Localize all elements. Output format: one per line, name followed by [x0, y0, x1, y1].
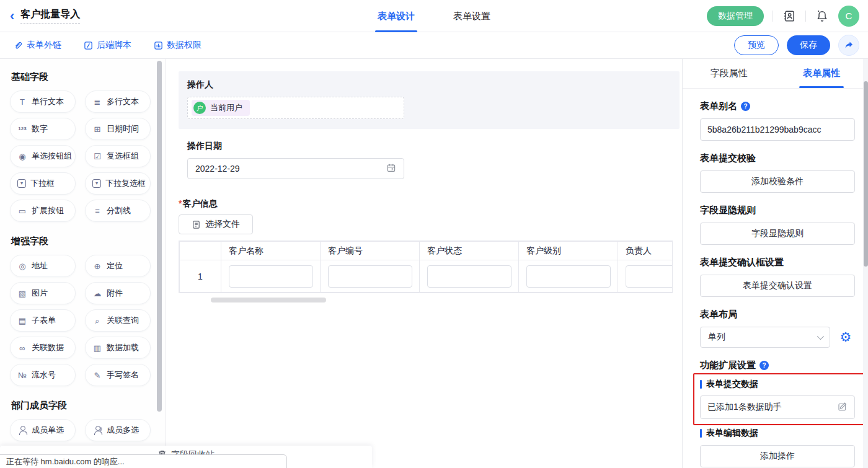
header-actions: 数据管理 C — [707, 6, 859, 27]
properties-panel: 字段属性 表单属性 表单别名 ? 表单提交校验 添加校验条件 字段显隐规则 字段… — [682, 59, 868, 468]
person-icon — [17, 425, 27, 435]
field-pill-checkbox-group[interactable]: ☑ 复选框组 — [85, 145, 151, 167]
add-operation-button[interactable]: 添加操作 — [700, 445, 855, 467]
sidebar-scrollbar-thumb[interactable] — [157, 61, 162, 412]
layout-gear-button[interactable]: ⚙ — [836, 328, 855, 347]
pill-label: 日期时间 — [107, 123, 139, 135]
tab-form-properties[interactable]: 表单属性 — [776, 59, 868, 88]
backend-script-link[interactable]: 后端脚本 — [84, 40, 131, 51]
pill-label: 单行文本 — [32, 96, 64, 107]
pill-label: 图片 — [32, 288, 48, 299]
tab-field-properties[interactable]: 字段属性 — [683, 59, 776, 88]
horizontal-scrollbar-thumb[interactable] — [211, 298, 326, 302]
data-manage-button[interactable]: 数据管理 — [707, 6, 764, 26]
cell-input-customer-code[interactable] — [328, 265, 412, 288]
field-pill-image[interactable]: ▧ 图片 — [10, 282, 76, 304]
form-external-link[interactable]: 表单外链 — [14, 40, 61, 51]
divider-icon: ≡ — [92, 206, 102, 216]
form-alias-input[interactable] — [700, 118, 855, 141]
dropdown-multi-icon: ▾ — [92, 179, 101, 188]
preview-button[interactable]: 预览 — [734, 35, 779, 55]
pill-label: 成员单选 — [32, 425, 64, 436]
field-pill-subform[interactable]: ▤ 子表单 — [10, 309, 76, 332]
field-pill-multi-line-text[interactable]: ≣ 多行文本 — [85, 91, 151, 113]
field-pill-divider[interactable]: ≡ 分割线 — [85, 200, 151, 222]
permission-icon — [154, 41, 163, 50]
customer-info-label: *客户信息 — [179, 198, 680, 210]
help-icon[interactable]: ? — [741, 102, 750, 111]
tab-form-settings[interactable]: 表单设置 — [453, 0, 490, 32]
notification-bell-icon[interactable] — [815, 9, 830, 24]
operator-field-selected[interactable]: 操作人 户 当前用户 — [179, 71, 680, 129]
pill-label: 数据加载 — [107, 342, 139, 353]
field-pill-multi-select[interactable]: ▾ 下拉复选框 — [85, 172, 151, 195]
field-pill-datetime[interactable]: ⊞ 日期时间 — [85, 118, 151, 140]
field-pill-radio-group[interactable]: ◉ 单选按钮组 — [10, 145, 76, 167]
toolbar-actions: 预览 保存 — [734, 35, 859, 56]
date-field[interactable]: 操作日期 2022-12-29 — [179, 141, 680, 179]
field-pill-member-multi[interactable]: 成员多选 — [85, 419, 151, 441]
script-icon — [84, 41, 93, 50]
field-pill-linked-data[interactable]: ∞ 关联数据 — [10, 337, 76, 359]
cell-input-customer-name[interactable] — [229, 265, 313, 288]
field-pill-signature[interactable]: ✎ 手写签名 — [85, 364, 151, 386]
browser-status-text: 正在等待 hm.baidu.com 的响应... — [6, 456, 125, 467]
map-pin-icon: ◎ — [17, 261, 27, 271]
section-title-basic-fields: 基础字段 — [11, 71, 157, 83]
submit-data-label: 表单提交数据 — [700, 379, 855, 390]
form-layout-row: 单列 ⚙ — [700, 327, 855, 348]
submit-data-assistant-field[interactable]: 已添加1条数据助手 — [700, 395, 855, 419]
share-button[interactable] — [838, 35, 859, 56]
cell-input-owner[interactable] — [626, 265, 673, 288]
form-layout-label: 表单布局 — [700, 309, 855, 320]
paperclip-icon — [14, 41, 23, 50]
user-avatar[interactable]: C — [838, 6, 859, 27]
field-pill-linked-query[interactable]: ⌕ 关联查询 — [85, 309, 151, 332]
cell-input-customer-status[interactable] — [427, 265, 512, 288]
field-pill-member-single[interactable]: 成员单选 — [10, 419, 76, 441]
form-external-link-label: 表单外链 — [27, 40, 61, 51]
address-book-icon[interactable] — [782, 9, 797, 24]
field-pill-select[interactable]: ▾ 下拉框 — [10, 172, 76, 195]
edit-icon[interactable] — [838, 402, 848, 413]
col-header-customer-status: 客户状态 — [420, 242, 519, 260]
pill-label: 关联查询 — [107, 315, 139, 326]
chevron-down-icon — [817, 333, 824, 340]
field-pill-address[interactable]: ◎ 地址 — [10, 255, 76, 277]
customer-info-field[interactable]: *客户信息 选择文件 客户名称 客户编号 — [179, 198, 680, 302]
calendar-icon[interactable] — [386, 163, 396, 175]
field-pill-attachment[interactable]: ☁ 附件 — [85, 282, 151, 304]
operator-field-input[interactable]: 户 当前用户 — [187, 97, 404, 119]
save-button[interactable]: 保存 — [787, 35, 830, 55]
page-title[interactable]: 客户批量导入 — [20, 8, 80, 24]
pill-label: 流水号 — [32, 369, 56, 381]
field-pill-data-load[interactable]: ▥ 数据加载 — [85, 337, 151, 359]
field-pill-number[interactable]: 123 数字 — [10, 118, 76, 140]
tab-form-design[interactable]: 表单设计 — [378, 0, 415, 32]
field-pill-single-line-text[interactable]: T 单行文本 — [10, 91, 76, 113]
back-icon[interactable]: ‹ — [10, 9, 14, 23]
choose-file-button[interactable]: 选择文件 — [179, 214, 253, 234]
required-asterisk: * — [179, 198, 182, 208]
subtable-row: 1 — [180, 260, 673, 293]
cell-input-customer-level[interactable] — [526, 265, 611, 288]
section-title-member-fields: 部门成员字段 — [11, 400, 157, 412]
submit-confirm-button[interactable]: 表单提交确认设置 — [700, 275, 855, 297]
dropdown-icon: ▾ — [17, 179, 26, 188]
pill-label: 数字 — [32, 123, 48, 135]
layout-select[interactable]: 单列 — [700, 327, 830, 348]
field-pill-location[interactable]: ⊕ 定位 — [85, 255, 151, 277]
help-icon[interactable]: ? — [760, 361, 769, 370]
crosshair-icon: ⊕ — [92, 261, 102, 271]
field-pill-serial-number[interactable]: № 流水号 — [10, 364, 76, 386]
corner-cell — [180, 242, 221, 260]
user-tag-label: 当前用户 — [210, 102, 242, 113]
panel-scrollbar-thumb[interactable] — [864, 81, 868, 267]
field-visibility-button[interactable]: 字段显隐规则 — [700, 223, 855, 245]
field-pill-extend-button[interactable]: ▭ 扩展按钮 — [10, 200, 76, 222]
data-permission-link[interactable]: 数据权限 — [154, 40, 202, 51]
form-toolbar: 表单外链 后端脚本 数据权限 预览 保存 — [0, 32, 868, 59]
add-validation-button[interactable]: 添加校验条件 — [700, 170, 855, 193]
date-field-input[interactable]: 2022-12-29 — [187, 158, 404, 179]
backend-script-label: 后端脚本 — [97, 40, 131, 51]
